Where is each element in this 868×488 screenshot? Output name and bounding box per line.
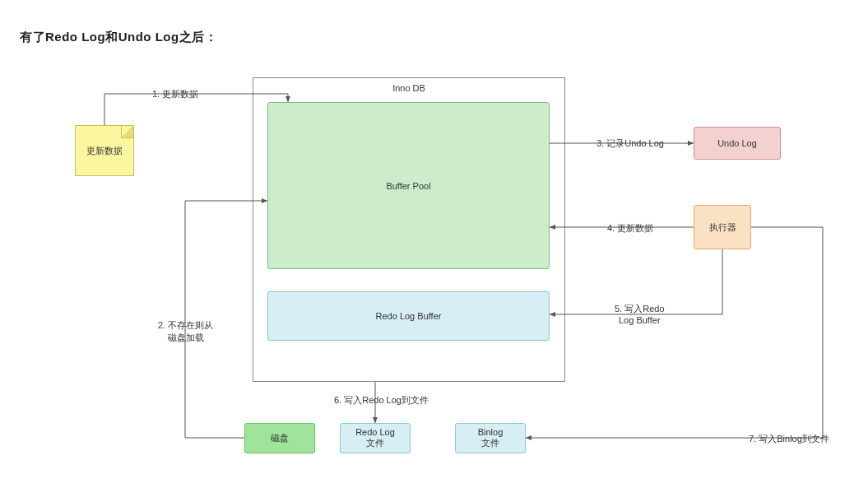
diagram-canvas: Inno DB 更新数据 Buffer Pool Redo Log Buffer… bbox=[0, 61, 864, 481]
arrow-layer bbox=[0, 61, 864, 481]
page-title: 有了Redo Log和Undo Log之后： bbox=[20, 30, 217, 45]
